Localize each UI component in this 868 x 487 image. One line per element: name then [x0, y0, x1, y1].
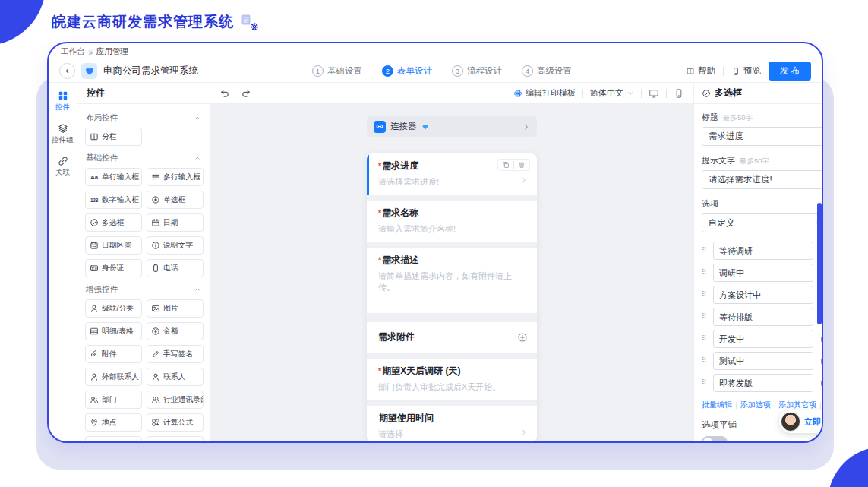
rail-tab-relations[interactable]: 关联 [55, 156, 70, 178]
control-formula[interactable]: 计算公式 [147, 413, 204, 432]
consult-widget[interactable]: 立即咨询 [779, 410, 822, 433]
rail-tab-controls[interactable]: 控件 [55, 90, 70, 112]
control-checkbox[interactable]: 多选框 [85, 213, 142, 232]
control-image[interactable]: 图片 [147, 299, 204, 318]
drag-handle-icon[interactable]: ⠿ [702, 315, 709, 318]
controls-panel: 控件 布局控件 分栏 基础控件 Aa单行输入框 多行输入框 123数字输入框 [77, 83, 210, 442]
control-single-line-input[interactable]: Aa单行输入框 [85, 168, 142, 186]
redo-icon[interactable] [241, 88, 251, 99]
copy-icon[interactable] [502, 161, 510, 169]
drag-handle-icon[interactable]: ⠿ [702, 381, 709, 384]
drag-handle-icon[interactable]: ⠿ [702, 270, 709, 274]
step-form-design[interactable]: 2 表单设计 [382, 65, 432, 77]
cascade-person-icon [90, 304, 99, 313]
drag-handle-icon[interactable]: ⠿ [702, 337, 709, 340]
breadcrumb-workbench[interactable]: 工作台 [61, 46, 85, 57]
desktop-preview-icon[interactable] [649, 88, 659, 99]
control-external-contact[interactable]: 外部联系人 [85, 368, 142, 386]
control-amount[interactable]: 金额 [147, 322, 204, 340]
trash-icon[interactable] [518, 161, 526, 169]
hint-text-input[interactable] [702, 170, 822, 189]
section-layout-label: 布局控件 [86, 112, 118, 123]
drag-handle-icon[interactable]: ⠿ [702, 359, 709, 362]
trash-icon[interactable] [819, 356, 822, 365]
option-input[interactable] [713, 374, 813, 392]
option-tile-toggle[interactable] [702, 436, 728, 442]
control-cascade[interactable]: 级联/分类 [85, 299, 142, 318]
option-input[interactable] [713, 352, 813, 370]
breadcrumb-app-management[interactable]: 应用管理 [96, 46, 128, 57]
trash-icon[interactable] [819, 378, 822, 387]
control-signature[interactable]: 手写签名 [147, 345, 204, 363]
form-field-attachment[interactable]: 需求附件 [367, 322, 537, 353]
add-attachment-icon[interactable] [517, 332, 528, 343]
preview-button[interactable]: 预览 [731, 65, 761, 77]
header-actions: 帮助 预览 发布 [686, 62, 811, 81]
toolbar-divider [666, 89, 667, 98]
undo-icon[interactable] [219, 88, 230, 99]
option-input[interactable] [713, 286, 813, 304]
step-advanced-settings[interactable]: 4 高级设置 [522, 65, 572, 77]
panel-scrollbar-thumb[interactable] [817, 203, 822, 324]
control-radio[interactable]: 单选框 [147, 191, 204, 209]
form-field-expected-time[interactable]: 期望使用时间 请选择 [367, 406, 537, 442]
edit-print-template-button[interactable]: 编辑打印模板 [513, 87, 576, 99]
language-selector[interactable]: 简体中文 [590, 87, 634, 99]
drag-handle-icon[interactable]: ⠿ [702, 248, 709, 252]
control-approval-link[interactable]: 关联审批单 [147, 436, 204, 442]
section-basic-controls[interactable]: 基础控件 [86, 153, 201, 163]
control-id-card[interactable]: 身份证 [85, 259, 142, 277]
field-separator [367, 400, 537, 406]
option-input[interactable] [713, 330, 813, 348]
control-location[interactable]: 地点 [85, 413, 142, 432]
batch-edit-link[interactable]: 批量编辑 [702, 400, 732, 410]
trash-icon[interactable] [819, 334, 822, 343]
formula-icon [151, 418, 160, 427]
options-mode-select[interactable]: 自定义 [702, 213, 822, 232]
control-date[interactable]: 日期 [147, 213, 204, 232]
option-input[interactable] [713, 264, 813, 282]
control-department[interactable]: 部门 [85, 391, 142, 409]
back-button[interactable]: ‹ [59, 63, 75, 79]
form-field-description[interactable]: *需求描述 请简单描述需求内容，如有附件请上传。 [367, 248, 537, 313]
section-enhanced-controls[interactable]: 增强控件 [86, 284, 201, 295]
title-input[interactable] [702, 127, 822, 146]
control-invoice[interactable]: 发票 [85, 436, 142, 442]
control-multi-line-input[interactable]: 多行输入框 [147, 168, 204, 186]
control-contact[interactable]: 联系人 [147, 368, 204, 386]
control-phone[interactable]: 电话 [147, 259, 204, 277]
form-field-progress[interactable]: *需求进度 请选择需求进度! [367, 153, 537, 195]
drag-handle-icon[interactable]: ⠿ [702, 293, 709, 296]
add-other-option-link[interactable]: 添加其它项 [778, 400, 816, 410]
control-number-input[interactable]: 123数字输入框 [85, 191, 142, 209]
publish-button[interactable]: 发布 [769, 62, 811, 81]
field-separator [367, 242, 537, 248]
form-field-research-days[interactable]: *期望X天后调研 (天) 部门负责人审批完成后X天开始。 [367, 359, 537, 400]
control-description-text[interactable]: 说明文字 [147, 236, 204, 255]
external-contact-icon [90, 372, 99, 381]
control-split-columns[interactable]: 分栏 [85, 128, 142, 146]
field-separator [367, 313, 537, 322]
help-button[interactable]: 帮助 [686, 65, 715, 77]
breadcrumb: 工作台 > 应用管理 [49, 43, 822, 60]
option-input[interactable] [713, 242, 813, 260]
rail-tab-control-groups[interactable]: 控件组 [52, 123, 74, 145]
section-layout-controls[interactable]: 布局控件 [86, 112, 201, 123]
options-list: ⠿ ⠿ ⠿ ⠿ [702, 242, 822, 392]
link-icon [58, 156, 68, 166]
location-pin-icon [90, 418, 99, 427]
control-date-range[interactable]: 日期区间 [85, 236, 142, 255]
connector-bar[interactable]: 连接器 [367, 116, 537, 137]
option-row: ⠿ [702, 242, 822, 260]
step-basic-settings[interactable]: 1 基础设置 [312, 65, 362, 77]
control-attachment[interactable]: 附件 [85, 345, 142, 363]
form-field-name[interactable]: *需求名称 请输入需求简介名称! [367, 201, 537, 242]
control-industry-directory[interactable]: 行业通讯录部门 [147, 391, 204, 409]
step-flow-design[interactable]: 3 流程设计 [452, 65, 502, 77]
add-option-link[interactable]: 添加选项 [740, 400, 771, 410]
mobile-preview-icon[interactable] [674, 88, 684, 99]
field-separator [367, 353, 537, 359]
step-1-number: 1 [312, 65, 324, 77]
control-detail-table[interactable]: 明细/表格 [85, 322, 142, 340]
option-input[interactable] [713, 308, 813, 326]
